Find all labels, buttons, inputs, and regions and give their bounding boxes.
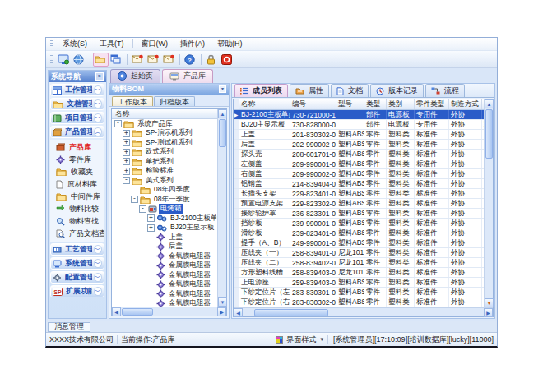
scroll-left-icon[interactable]: ◀ xyxy=(112,307,121,316)
scroll-right-icon[interactable]: ▶ xyxy=(217,307,226,316)
tree-node-BJ20主显示板[interactable]: +BJ20主显示板 xyxy=(112,224,217,233)
scroll-right-icon[interactable]: ▶ xyxy=(484,308,493,317)
table-row[interactable]: 下纱定位片（左）283-830301-00E塑料ABS零件塑料类标准件外协条 xyxy=(234,288,484,297)
sidebar-item-产品库[interactable]: 产品库 xyxy=(53,141,104,153)
table-hscroll-thumb[interactable] xyxy=(254,309,328,316)
sidebar-section-0[interactable]: 工作管理﹀ xyxy=(50,84,104,96)
member-tab-属性[interactable]: 属性 xyxy=(290,84,329,97)
tree-node-金氧膜电阻器[interactable]: 金氧膜电阻器 xyxy=(112,280,217,290)
tree-node-金氧膜电阻器[interactable]: 金氧膜电阻器 xyxy=(112,289,217,299)
sidebar-item-产品文档查找[interactable]: 产品文档查找 xyxy=(53,228,104,239)
tree-node-08年一季度[interactable]: -08年一季度 xyxy=(112,195,217,205)
table-row[interactable]: 铝钢盖214-839404-01E塑料ABS零件塑料类标准件外协条 xyxy=(234,179,484,189)
chevron-down-icon[interactable]: ﹀ xyxy=(94,259,102,268)
table-row[interactable]: ▶BJ-2100主板单点730-721000-12E部件电源板专用件外协颗 xyxy=(234,110,484,120)
tree-node-美式系列[interactable]: -美式系列 xyxy=(112,176,217,186)
tree-node-08年四季度[interactable]: 08年四季度 xyxy=(112,186,217,196)
column-header-名称[interactable]: 名称 xyxy=(239,99,290,109)
toolbar-button-windows-icon[interactable] xyxy=(109,53,124,67)
table-row[interactable]: 上电源座259-839403-00E塑料ABS零件塑料类标准件外协条 xyxy=(234,278,484,288)
bom-tab-归档版本[interactable]: 归档版本 xyxy=(154,96,195,106)
tree-node-金氧膜电阻器[interactable]: 金氧膜电阻器 xyxy=(112,299,217,307)
member-tab-成员列表[interactable]: 成员列表 xyxy=(234,84,288,97)
chevron-down-icon[interactable]: ﹀ xyxy=(94,113,102,122)
table-horizontal-scrollbar[interactable]: ◀ ▶ xyxy=(234,307,493,316)
collapse-icon[interactable]: - xyxy=(131,196,138,203)
tree-node-SP-演示机系列[interactable]: +SP-演示机系列 xyxy=(112,129,217,139)
tree-vscroll-thumb[interactable] xyxy=(219,119,226,147)
message-manager-tab[interactable]: 消息管理 xyxy=(48,322,90,332)
tree-node-金氧膜电阻器[interactable]: 金氧膜电阻器 xyxy=(112,251,217,261)
column-header-类型[interactable]: 类型 xyxy=(364,99,387,109)
tree-node-欧式系列[interactable]: +欧式系列 xyxy=(112,148,217,158)
collapse-icon[interactable]: - xyxy=(139,205,146,213)
table-row[interactable]: 长插头支架229-823401-00E塑料ABS零件塑料类标准件外协条 xyxy=(234,189,484,199)
table-row[interactable]: 方形塑料线槽258-839403-00E尼龙1010零件塑料类标准件外协条 xyxy=(234,268,484,278)
sidebar-item-物料查找[interactable]: 物料查找 xyxy=(53,215,104,227)
sidebar-section-7[interactable]: SP扩展功能﹀ xyxy=(50,285,104,297)
collapse-icon[interactable]: - xyxy=(114,120,122,127)
sidebar-section-2[interactable]: 项目管理﹀ xyxy=(50,112,104,124)
table-row[interactable]: 压线夹（一）258-839401-00E尼龙1010零件塑料类标准件外协条 xyxy=(234,248,484,258)
menu-item-4[interactable]: 帮助(H) xyxy=(211,38,248,50)
tree-node-金氧膜电阻器[interactable]: 金氧膜电阻器 xyxy=(112,270,217,280)
chevron-up-icon[interactable]: ︿ xyxy=(94,127,102,136)
chevron-down-icon[interactable]: ﹀ xyxy=(94,99,102,108)
table-row[interactable]: 滑纱板239-823401-00E塑料ABS零件塑料类标准件外协条 xyxy=(234,228,484,238)
document-tab-产品库[interactable]: 产品库 xyxy=(162,69,213,83)
expand-icon[interactable]: + xyxy=(123,139,130,146)
expand-icon[interactable]: + xyxy=(123,158,130,165)
sidebar-section-3[interactable]: 产品管理︿ xyxy=(50,126,104,138)
menu-item-1[interactable]: 工具(T) xyxy=(94,38,130,50)
tree-node-金属膜电阻器[interactable]: 金属膜电阻器 xyxy=(112,261,217,271)
tree-horizontal-scrollbar[interactable]: ◀ ▶ xyxy=(112,307,226,316)
sidebar-item-原材料库[interactable]: 原材料库 xyxy=(53,178,104,190)
member-tab-版本记录[interactable]: 版本记录 xyxy=(370,84,424,97)
column-header-零件类型[interactable]: 零件类型 xyxy=(415,99,449,109)
table-row[interactable]: 挡纱板239-990001-01E塑料ABS零件塑料类标准件外协条 xyxy=(234,219,484,228)
tree-hscroll-thumb[interactable] xyxy=(122,308,153,316)
menu-item-0[interactable]: 系统(S) xyxy=(57,38,93,50)
bom-tab-工作版本[interactable]: 工作版本 xyxy=(112,96,153,106)
scroll-up-icon[interactable]: ▲ xyxy=(218,109,227,118)
tree-node-后盖[interactable]: 后盖 xyxy=(112,242,217,252)
column-header-类别[interactable]: 类别 xyxy=(387,99,415,109)
sidebar-section-5[interactable]: 系统管理﹀ xyxy=(50,257,104,270)
chevron-down-icon[interactable]: ﹀ xyxy=(94,245,102,254)
toolbar-button-globe-icon[interactable] xyxy=(72,53,87,67)
scroll-up-icon[interactable]: ▲ xyxy=(485,99,494,108)
expand-icon[interactable]: + xyxy=(123,130,130,137)
table-row[interactable]: 提手（A、B）249-990001-01E塑料ABS零件塑料类标准件外协条 xyxy=(234,238,484,248)
toolbar-button-monitor-icon[interactable] xyxy=(56,53,72,67)
toolbar-button-help-icon[interactable]: ? xyxy=(183,53,198,67)
toolbar-button-lock-icon[interactable] xyxy=(204,53,220,67)
sidebar-section-6[interactable]: 配置管理﹀ xyxy=(50,271,104,284)
chevron-down-icon[interactable]: ▼ xyxy=(319,337,324,342)
table-vertical-scrollbar[interactable]: ▲ ▼ xyxy=(484,99,493,307)
table-row[interactable]: 压线夹（二）258-839402-00E尼龙1010零件塑料类标准件外协条 xyxy=(234,258,484,268)
document-tab-起始页[interactable]: 起始页 xyxy=(110,69,160,83)
sidebar-item-零件库[interactable]: 零件库 xyxy=(53,154,104,165)
sidebar-collapse-button[interactable]: » xyxy=(95,72,104,81)
tree-vertical-scrollbar[interactable]: ▲ ▼ xyxy=(217,109,226,307)
table-row[interactable]: 探头壳208-601701-01E塑料ABS零件塑料类标准件外协条 xyxy=(234,150,484,159)
table-row[interactable]: 接纱轮护罩236-823301-00E塑料ABS零件塑料类标准件外协条 xyxy=(234,209,484,219)
member-tab-流程[interactable]: 流程 xyxy=(425,84,465,97)
sidebar-item-收藏夹[interactable]: 收藏夹 xyxy=(53,166,104,178)
tree-node-BJ-2100主板单点[interactable]: +BJ-2100主板单点 xyxy=(112,214,217,224)
tree-node-电烤箱[interactable]: -电烤箱 xyxy=(112,205,217,214)
toolbar-grip[interactable] xyxy=(50,40,53,48)
expand-icon[interactable]: + xyxy=(147,224,155,232)
member-tab-文档[interactable]: 文档 xyxy=(331,84,369,97)
toolbar-button-mail-alert-icon[interactable] xyxy=(130,53,146,67)
tree-column-header[interactable]: 名称 xyxy=(112,109,217,119)
column-header-型号[interactable]: 型号 xyxy=(336,99,364,109)
chevron-down-icon[interactable]: ﹀ xyxy=(94,85,102,95)
tree-node-检验标准[interactable]: +检验标准 xyxy=(112,167,217,177)
table-row[interactable]: 左侧盖209-990001-01E塑料ABS零件塑料类标准件外协条 xyxy=(234,159,484,169)
table-vscroll-thumb[interactable] xyxy=(485,109,493,159)
scroll-left-icon[interactable]: ◀ xyxy=(234,308,243,317)
scroll-down-icon[interactable]: ▼ xyxy=(218,297,227,307)
scroll-down-icon[interactable]: ▼ xyxy=(485,298,494,307)
tree-node-SP-测试机系列[interactable]: +SP-测试机系列 xyxy=(112,138,217,148)
